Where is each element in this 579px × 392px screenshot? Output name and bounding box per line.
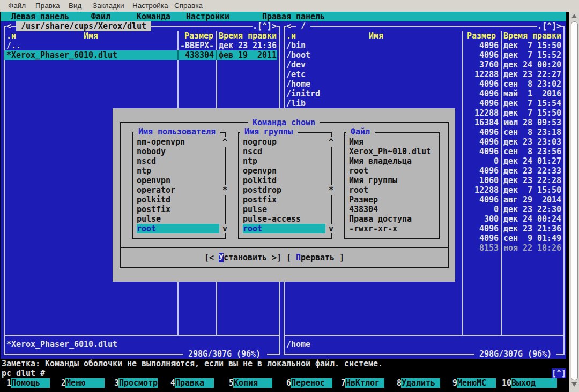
fkey-label-7[interactable]: НвКтлог [346,378,380,388]
mc-menu-item-5[interactable]: Правая панель [262,12,325,21]
mc-menu-item-1[interactable]: Левая панель [11,12,69,21]
panel-left-file-name[interactable]: *Xerox_Phaser_6010.dlut [6,50,117,60]
scrollbar-thumb[interactable] [571,21,578,380]
shell-hint: Заметка: Команды оболочки не выполняются… [2,359,383,368]
panel-right-file-name[interactable]: /etc [286,70,306,79]
fkey-label-1[interactable]: Помощь [11,378,40,388]
group-list-item[interactable]: root [243,224,262,233]
panel-right-file-mtime: дек 24 00:24 [503,214,561,224]
panel-right-file-size: 4096 [479,79,499,89]
mc-menu-item-3[interactable]: Команда [137,12,170,21]
panel-left-path[interactable]: /usr/share/cups/Xerox/dlut [16,21,151,31]
fkey-label-5[interactable]: Копия [234,378,258,388]
file-info-line: Размер [349,195,378,205]
panel-right-file-name[interactable]: /dev [286,60,306,70]
panel-left-file-name[interactable]: /.. [6,41,21,50]
user-list-item[interactable]: operator [137,185,175,195]
group-list-item[interactable]: nscd [243,147,262,156]
mc-menu-item-4[interactable]: Настройки [186,12,229,21]
set-button-hotkey[interactable]: У [219,253,224,262]
fkey-label-3[interactable]: Просмотр [119,378,158,388]
command-prompt[interactable]: pc dlut # [2,368,45,378]
panel-right-file-mtime: дек 24 01:27 [503,156,561,166]
fkey-label-8[interactable]: Удалить [402,378,435,388]
user-list-scroll-up[interactable]: ^ [222,137,227,147]
panel-right-file-mtime: дек 23 22:27 [503,70,561,79]
user-list-scroll-thumb[interactable]: * [222,185,227,195]
panel-right-file-name[interactable]: /lib [286,99,306,108]
chown-dialog-buttonsep [120,247,449,248]
panel-left-file-size: 438304 [185,50,214,60]
panel-right-file-size: 4096 [479,233,499,243]
panel-right-colsep-2 [501,31,502,335]
panel-right-top-markers[interactable]: .[^]> [537,21,561,31]
group-list-item[interactable]: ntp [243,156,257,166]
panel-left-col-name: Имя [84,31,98,41]
panel-right-file-name[interactable]: /home [286,79,310,89]
panel-right-file-mtime: дек 7 15:54 [503,99,561,108]
cancel-button-post[interactable]: рервать ] [301,253,344,262]
panel-right-file-size: 4096 [479,89,499,99]
panel-right-file-size: 4096 [479,127,499,137]
group-list-item[interactable]: postdrop [243,185,281,195]
file-info-line: Имя владельца [349,156,412,166]
mc-menu-item-2[interactable]: Файл [91,12,110,21]
fkey-label-6[interactable]: Перенос [291,378,325,388]
user-list-title: Имя пользователя [133,127,220,137]
fkey-num-10[interactable]: 10 [502,378,511,388]
file-info-line: Имя группы [349,176,397,185]
panel-right-file-mtime: ноя 22 18:26 [503,243,561,253]
group-list-scroll-down[interactable]: v [329,224,333,233]
panel-left-top-markers[interactable]: .[^]> [253,21,277,31]
scrollbar-up-arrow[interactable] [571,14,577,18]
panel-right-file-name[interactable]: /initrd [286,89,320,99]
panel-right-file-mtime: сен 8 23:02 [503,79,561,89]
panel-right-file-size: 0 [494,156,499,166]
set-button-post[interactable]: становить >] [224,253,281,262]
cancel-button-hotkey[interactable]: П [296,253,301,262]
user-list-item[interactable]: nobody [137,147,166,156]
panel-right-path[interactable]: / [296,21,310,31]
panel-left-col-mtime: Время правки [219,31,277,41]
file-info-line: 438304 [349,205,378,214]
scrollbar-down-arrow[interactable] [571,382,577,387]
group-list-scroll-up[interactable]: ^ [329,137,333,147]
panel-right-file-name[interactable]: /boot [286,50,310,60]
group-list-scroll-thumb[interactable]: * [329,185,333,195]
group-list-item[interactable]: postfix [243,195,277,205]
panel-left-status: *Xerox_Phaser_6010.dlut [6,340,117,349]
panel-right-file-name[interactable]: /bin [286,41,306,50]
panel-right-file-size: 4096 [479,99,499,108]
panel-right-border-top [284,26,565,27]
fkey-label-10[interactable]: Выход [511,378,536,388]
panel-right-file-size: 4096 [479,50,499,60]
panel-left-file-size: -ВВЕРХ- [180,41,214,50]
panel-right-history-arrow[interactable]: < [286,21,291,31]
group-list-item[interactable]: nogroup [243,137,277,147]
panel-right-file-mtime: дек 23 22:30 [503,205,561,214]
panel-toggle[interactable]: [^] [552,368,566,378]
user-list-item[interactable]: polkitd [137,195,170,205]
set-button-pre[interactable]: [< [204,253,219,262]
user-list-item[interactable]: openvpn [137,176,170,185]
user-list-scroll-down[interactable]: v [222,224,227,233]
user-list-item[interactable]: ntp [137,166,151,176]
cancel-button-pre[interactable]: [ [286,253,296,262]
panel-left-selected-colsep-1 [177,50,179,60]
user-list-item[interactable]: pulse [137,214,161,224]
fkey-label-9[interactable]: МенюМС [457,378,486,388]
panel-left-history-arrow[interactable]: < [6,21,11,31]
user-list-item[interactable]: root [137,224,156,233]
group-list-item[interactable]: openvpn [243,166,277,176]
user-list-item[interactable]: postfix [137,205,170,214]
group-list-item[interactable]: pulse [243,205,267,214]
group-list-item[interactable]: pulse-access [243,214,301,224]
file-info-line: Права доступа [349,214,412,224]
panel-left-sort-marker: .и [6,31,16,41]
group-list-item[interactable]: polkitd [243,176,277,185]
fkey-label-4[interactable]: Правка [175,378,204,388]
user-list-item[interactable]: nscd [137,156,156,166]
fkey-label-2[interactable]: Меню [66,378,85,388]
panel-right-file-mtime: сен 8 23:56 [503,147,561,156]
user-list-item[interactable]: nm-openvpn [137,137,185,147]
